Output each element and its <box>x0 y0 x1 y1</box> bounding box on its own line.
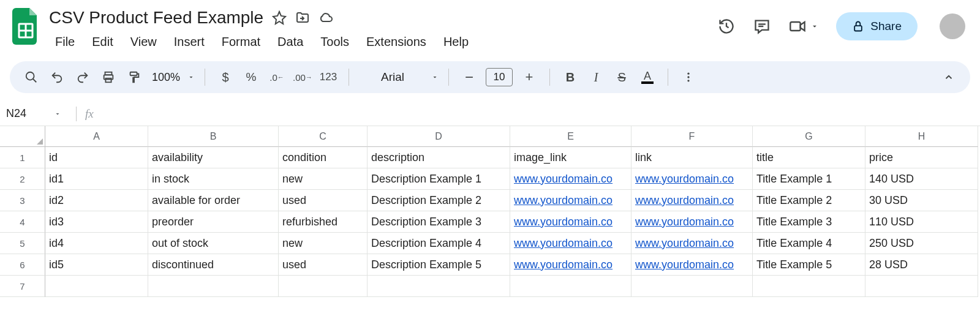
currency-button[interactable]: $ <box>215 67 236 88</box>
cell[interactable]: id3 <box>45 211 148 233</box>
cell[interactable] <box>148 276 279 297</box>
cell[interactable]: description <box>368 147 510 168</box>
cell[interactable]: new <box>279 168 368 190</box>
menu-insert[interactable]: Insert <box>167 32 212 51</box>
menu-extensions[interactable]: Extensions <box>359 32 434 51</box>
cell[interactable] <box>865 276 978 297</box>
cell[interactable]: Title Example 4 <box>753 233 865 254</box>
increase-font-button[interactable]: + <box>519 67 540 88</box>
percent-button[interactable]: % <box>241 67 262 88</box>
paint-format-button[interactable] <box>124 67 145 88</box>
sheets-logo[interactable] <box>10 5 42 48</box>
cell[interactable] <box>45 276 148 297</box>
redo-button[interactable] <box>72 67 93 88</box>
cell[interactable]: Title Example 5 <box>753 254 865 276</box>
cell[interactable]: www.yourdomain.co <box>631 233 753 254</box>
history-icon[interactable] <box>717 17 736 36</box>
zoom-select[interactable]: 100% <box>149 67 183 88</box>
row-header[interactable]: 5 <box>0 233 45 254</box>
document-title[interactable]: CSV Product Feed Example <box>47 8 263 28</box>
cell[interactable]: available for order <box>148 190 279 211</box>
cell[interactable]: Description Example 1 <box>368 168 510 190</box>
name-box[interactable]: N24 <box>6 107 67 120</box>
column-header[interactable]: D <box>368 126 510 147</box>
star-icon[interactable] <box>272 10 287 25</box>
increase-decimal-button[interactable]: .00→ <box>292 67 313 88</box>
row-header[interactable]: 2 <box>0 168 45 190</box>
cell[interactable] <box>631 276 753 297</box>
decrease-font-button[interactable]: − <box>459 67 480 88</box>
cell[interactable]: new <box>279 233 368 254</box>
cell[interactable]: www.yourdomain.co <box>510 168 631 190</box>
chevron-down-icon[interactable] <box>431 73 439 81</box>
cell[interactable]: image_link <box>510 147 631 168</box>
cell[interactable] <box>753 276 865 297</box>
italic-button[interactable]: I <box>586 67 606 88</box>
cell[interactable]: in stock <box>148 168 279 190</box>
cell[interactable]: 110 USD <box>865 211 978 233</box>
cell[interactable]: condition <box>279 147 368 168</box>
cell[interactable]: id2 <box>45 190 148 211</box>
cell[interactable]: Description Example 4 <box>368 233 510 254</box>
cell[interactable]: Title Example 1 <box>753 168 865 190</box>
column-header[interactable]: G <box>753 126 865 147</box>
cell[interactable] <box>279 276 368 297</box>
spreadsheet-grid[interactable]: 1234567 ABCDEFGH idavailabilitycondition… <box>0 126 980 297</box>
cloud-status-icon[interactable] <box>318 10 333 25</box>
cell[interactable]: Description Example 5 <box>368 254 510 276</box>
cell[interactable]: availability <box>148 147 279 168</box>
column-header[interactable]: A <box>45 126 148 147</box>
row-header[interactable]: 7 <box>0 276 45 297</box>
cell[interactable]: www.yourdomain.co <box>631 254 753 276</box>
cell[interactable]: www.yourdomain.co <box>631 168 753 190</box>
collapse-toolbar-button[interactable] <box>938 67 959 88</box>
cell[interactable]: www.yourdomain.co <box>510 233 631 254</box>
column-header[interactable]: B <box>148 126 279 147</box>
menu-format[interactable]: Format <box>214 32 268 51</box>
cell[interactable]: 30 USD <box>865 190 978 211</box>
menu-help[interactable]: Help <box>436 32 476 51</box>
menu-data[interactable]: Data <box>270 32 311 51</box>
cell[interactable]: id5 <box>45 254 148 276</box>
cell[interactable] <box>368 276 510 297</box>
row-header[interactable]: 3 <box>0 190 45 211</box>
cell[interactable]: discontinued <box>148 254 279 276</box>
cell[interactable]: 28 USD <box>865 254 978 276</box>
meet-icon[interactable] <box>788 17 807 36</box>
cell[interactable]: 250 USD <box>865 233 978 254</box>
cell[interactable]: www.yourdomain.co <box>510 254 631 276</box>
bold-button[interactable]: B <box>560 67 581 88</box>
cell[interactable]: Title Example 2 <box>753 190 865 211</box>
search-icon[interactable] <box>21 67 42 88</box>
row-header[interactable]: 6 <box>0 254 45 276</box>
font-size-input[interactable]: 10 <box>486 68 513 86</box>
select-all-corner[interactable] <box>0 126 45 147</box>
cell[interactable]: id <box>45 147 148 168</box>
chevron-down-icon[interactable] <box>810 22 819 31</box>
comments-icon[interactable] <box>753 17 771 36</box>
cell[interactable]: used <box>279 190 368 211</box>
column-header[interactable]: F <box>631 126 753 147</box>
cell[interactable]: www.yourdomain.co <box>510 190 631 211</box>
column-header[interactable]: E <box>510 126 631 147</box>
undo-button[interactable] <box>47 67 67 88</box>
text-color-button[interactable]: A <box>637 67 658 88</box>
font-select[interactable]: Arial <box>359 67 426 88</box>
cell[interactable]: title <box>753 147 865 168</box>
share-button[interactable]: Share <box>836 12 918 40</box>
move-folder-icon[interactable] <box>295 10 310 25</box>
cell[interactable] <box>510 276 631 297</box>
chevron-down-icon[interactable] <box>187 73 195 81</box>
cell[interactable]: id1 <box>45 168 148 190</box>
cell[interactable]: id4 <box>45 233 148 254</box>
decrease-decimal-button[interactable]: .0← <box>266 67 287 88</box>
cell[interactable]: Title Example 3 <box>753 211 865 233</box>
cell[interactable]: www.yourdomain.co <box>510 211 631 233</box>
format-number-button[interactable]: 123 <box>318 67 339 88</box>
cell[interactable]: Description Example 2 <box>368 190 510 211</box>
cell[interactable]: 140 USD <box>865 168 978 190</box>
cell[interactable]: www.yourdomain.co <box>631 211 753 233</box>
column-header[interactable]: H <box>865 126 978 147</box>
column-header[interactable]: C <box>279 126 368 147</box>
cell[interactable]: price <box>865 147 978 168</box>
